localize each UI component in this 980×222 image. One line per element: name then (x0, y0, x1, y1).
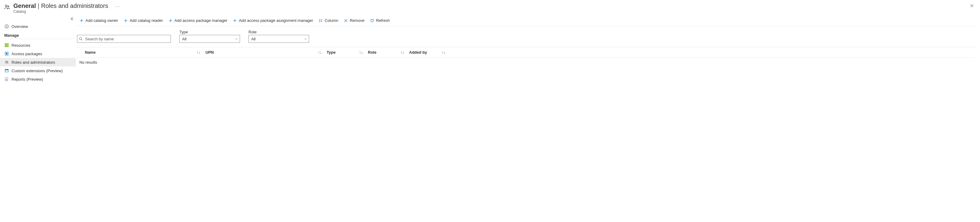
sidebar-item-label: Access packages (11, 51, 73, 56)
svg-point-17 (7, 61, 8, 62)
svg-point-0 (5, 5, 7, 7)
collapse-sidebar-button[interactable] (70, 17, 74, 22)
svg-rect-11 (5, 46, 6, 47)
type-filter-label: Type (180, 30, 240, 34)
plus-icon (169, 19, 173, 23)
sort-icon[interactable]: ↑↓ (318, 50, 322, 54)
grid-icon (4, 43, 9, 48)
plus-icon (233, 19, 237, 23)
column-chooser-button[interactable]: Column (318, 18, 339, 23)
role-filter-dropdown[interactable]: All (248, 35, 309, 43)
page-title-main: General (13, 2, 36, 10)
sidebar-item-label: Reports (Preview) (11, 77, 73, 81)
plus-icon (80, 19, 84, 23)
add-catalog-owner-button[interactable]: Add catalog owner (79, 18, 119, 23)
column-label: Name (85, 50, 95, 54)
people-icon (4, 4, 10, 11)
add-catalog-reader-button[interactable]: Add catalog reader (123, 18, 164, 23)
column-label: Role (368, 50, 376, 54)
svg-rect-7 (8, 43, 9, 45)
sidebar-item-access-packages[interactable]: Access packages (0, 50, 76, 58)
svg-point-16 (5, 61, 7, 62)
button-label: Add catalog owner (86, 18, 118, 23)
page-header: General | Roles and administrators ··· C… (0, 0, 76, 16)
button-label: Add catalog reader (130, 18, 163, 23)
svg-point-42 (80, 38, 81, 40)
svg-rect-13 (8, 46, 9, 47)
column-label: Type (327, 50, 336, 54)
column-header-upn[interactable]: UPN ↑↓ (203, 50, 324, 54)
svg-rect-19 (5, 69, 8, 70)
refresh-button[interactable]: Refresh (369, 18, 391, 23)
sidebar-item-label: Roles and administrators (11, 60, 73, 65)
chevron-down-icon (304, 37, 307, 41)
sidebar-item-label: Overview (11, 24, 73, 29)
dropdown-value: All (251, 37, 255, 41)
add-access-package-assignment-manager-button[interactable]: Add access package assignment manager (232, 18, 313, 23)
svg-rect-23 (7, 80, 7, 80)
type-filter-dropdown[interactable]: All (180, 35, 240, 43)
sort-icon[interactable]: ↑↓ (442, 50, 445, 54)
search-input[interactable] (77, 35, 171, 43)
button-label: Add access package assignment manager (239, 18, 313, 23)
sort-icon[interactable]: ↑↓ (400, 50, 404, 54)
plus-icon (124, 19, 128, 23)
grid-header-row: Name ↑↓ UPN ↑↓ Type ↑↓ Role ↑↓ Added by (76, 47, 975, 57)
package-icon (4, 51, 9, 56)
command-bar: Add catalog owner Add catalog reader Add… (76, 16, 975, 26)
svg-rect-10 (8, 45, 9, 46)
filter-row: Type All Role All (76, 26, 975, 46)
close-button[interactable] (969, 2, 975, 10)
people-small-icon (4, 60, 9, 65)
svg-rect-8 (5, 45, 6, 46)
column-label: Added by (409, 50, 427, 54)
svg-rect-12 (6, 46, 7, 47)
results-grid: Name ↑↓ UPN ↑↓ Type ↑↓ Role ↑↓ Added by (76, 47, 975, 67)
page-title-separator: | (38, 2, 39, 10)
column-header-name[interactable]: Name ↑↓ (76, 50, 203, 54)
column-label: UPN (205, 50, 214, 54)
sort-icon[interactable]: ↑↓ (359, 50, 363, 54)
svg-rect-5 (5, 43, 6, 45)
column-header-added-by[interactable]: Added by ↑↓ (407, 50, 448, 54)
svg-rect-6 (6, 43, 7, 45)
column-header-role[interactable]: Role ↑↓ (366, 50, 407, 54)
svg-rect-21 (6, 79, 6, 80)
sidebar-nav: Overview Manage Resources (0, 22, 76, 83)
svg-rect-15 (6, 53, 7, 54)
sidebar-item-resources[interactable]: Resources (0, 41, 76, 50)
sidebar-item-label: Custom extensions (Preview) (11, 69, 73, 73)
chevron-down-icon (235, 37, 238, 41)
search-icon (79, 37, 83, 41)
role-filter-label: Role (248, 30, 309, 34)
dropdown-value: All (182, 37, 186, 41)
grid-empty-message: No results (76, 57, 975, 67)
report-icon (4, 77, 9, 81)
sidebar-item-reports[interactable]: Reports (Preview) (0, 75, 76, 83)
refresh-icon (370, 19, 374, 23)
svg-rect-22 (6, 78, 7, 80)
sidebar-item-label: Resources (11, 43, 73, 48)
window-icon (4, 68, 9, 73)
button-label: Remove (350, 18, 364, 23)
column-header-type[interactable]: Type ↑↓ (324, 50, 366, 54)
sort-icon[interactable]: ↑↓ (197, 50, 200, 54)
remove-button[interactable]: Remove (343, 18, 365, 23)
svg-rect-9 (6, 45, 7, 46)
sidebar-item-roles-administrators[interactable]: Roles and administrators (0, 58, 76, 66)
button-label: Add access package manager (175, 18, 228, 23)
button-label: Refresh (376, 18, 390, 23)
sidebar-item-custom-extensions[interactable]: Custom extensions (Preview) (0, 66, 76, 75)
svg-point-1 (8, 6, 9, 7)
add-access-package-manager-button[interactable]: Add access package manager (168, 18, 228, 23)
sidebar-group-manage: Manage (4, 32, 74, 39)
sidebar-item-overview[interactable]: Overview (0, 22, 76, 30)
columns-icon (318, 19, 323, 23)
svg-line-43 (81, 40, 83, 40)
button-label: Column (325, 18, 338, 23)
x-icon (344, 19, 348, 23)
svg-point-4 (6, 26, 7, 26)
info-icon (4, 24, 9, 29)
